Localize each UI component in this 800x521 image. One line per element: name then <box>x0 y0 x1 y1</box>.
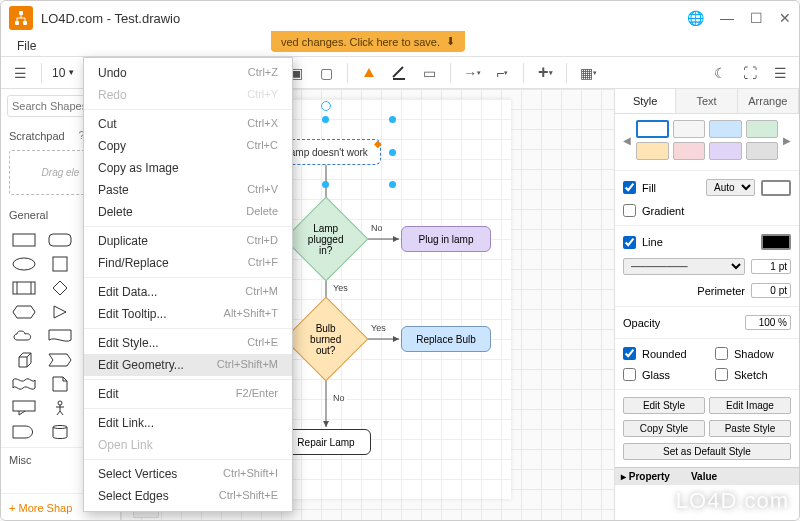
fullscreen-icon[interactable]: ⛶ <box>737 60 763 86</box>
line-checkbox[interactable] <box>623 236 636 249</box>
fill-color-icon[interactable] <box>356 60 382 86</box>
line-width-input[interactable] <box>751 259 791 274</box>
node-replace-bulb[interactable]: Replace Bulb <box>401 326 491 352</box>
shadow-checkbox[interactable] <box>715 347 728 360</box>
shadow-icon[interactable]: ▭ <box>416 60 442 86</box>
insert-icon[interactable]: +▾ <box>532 60 558 86</box>
palette-prev-icon[interactable]: ◀ <box>621 135 633 146</box>
resize-handle[interactable] <box>322 116 329 123</box>
palette-swatch[interactable] <box>709 142 742 160</box>
gradient-checkbox[interactable] <box>623 204 636 217</box>
zoom-control[interactable]: 10▼ <box>50 66 77 80</box>
fill-checkbox[interactable] <box>623 181 636 194</box>
line-style-select[interactable]: ──────── <box>623 258 745 275</box>
context-menu-item[interactable]: Edit Tooltip...Alt+Shift+T <box>84 303 292 325</box>
palette-swatch[interactable] <box>673 142 706 160</box>
glass-checkbox[interactable] <box>623 368 636 381</box>
fill-mode-select[interactable]: Auto <box>706 179 755 196</box>
perimeter-input[interactable] <box>751 283 791 298</box>
format-panel-icon[interactable]: ☰ <box>767 60 793 86</box>
edge-label-no[interactable]: No <box>331 393 347 403</box>
line-color-button[interactable] <box>761 234 791 250</box>
shape-ellipse[interactable] <box>7 253 41 275</box>
context-menu-item[interactable]: PasteCtrl+V <box>84 179 292 201</box>
context-menu-item[interactable]: DuplicateCtrl+D <box>84 230 292 252</box>
context-menu-item[interactable]: Find/ReplaceCtrl+F <box>84 252 292 274</box>
shape-document[interactable] <box>43 325 77 347</box>
shape-diamond[interactable] <box>43 277 77 299</box>
shape-note[interactable] <box>43 373 77 395</box>
shape-step[interactable] <box>43 349 77 371</box>
resize-handle[interactable] <box>322 181 329 188</box>
sketch-checkbox[interactable] <box>715 368 728 381</box>
shape-and[interactable] <box>7 421 41 443</box>
minimize-button[interactable]: — <box>720 10 734 26</box>
resize-handle[interactable] <box>389 149 396 156</box>
palette-swatch[interactable] <box>709 120 742 138</box>
palette-swatch[interactable] <box>746 120 779 138</box>
edge-label-yes[interactable]: Yes <box>369 323 388 333</box>
paste-style-button[interactable]: Paste Style <box>709 420 791 437</box>
shape-tape[interactable] <box>7 373 41 395</box>
table-icon[interactable]: ▦▾ <box>575 60 601 86</box>
context-menu-item[interactable]: Edit Data...Ctrl+M <box>84 281 292 303</box>
sidebar-toggle-icon[interactable]: ☰ <box>7 60 33 86</box>
node-decision-bulb[interactable]: Bulb burned out? <box>284 297 369 382</box>
tab-style[interactable]: Style <box>615 89 676 113</box>
context-menu-item[interactable]: EditF2/Enter <box>84 383 292 405</box>
shape-rectangle[interactable] <box>7 229 41 251</box>
shape-cloud[interactable] <box>7 325 41 347</box>
context-menu-item[interactable]: CutCtrl+X <box>84 113 292 135</box>
rounded-checkbox[interactable] <box>623 347 636 360</box>
maximize-button[interactable]: ☐ <box>750 10 763 26</box>
edit-image-button[interactable]: Edit Image <box>709 397 791 414</box>
close-button[interactable]: ✕ <box>779 10 791 26</box>
tab-arrange[interactable]: Arrange <box>738 89 799 113</box>
set-default-style-button[interactable]: Set as Default Style <box>623 443 791 460</box>
context-menu-item[interactable]: Edit Link... <box>84 412 292 434</box>
edit-style-button[interactable]: Edit Style <box>623 397 705 414</box>
shape-rounded-rect[interactable] <box>43 229 77 251</box>
rotate-handle[interactable] <box>321 101 331 111</box>
context-menu-item[interactable]: DeleteDelete <box>84 201 292 223</box>
edge-label-no[interactable]: No <box>369 223 385 233</box>
node-repair-lamp[interactable]: Repair Lamp <box>281 429 371 455</box>
shape-actor[interactable] <box>43 397 77 419</box>
shape-process[interactable] <box>7 277 41 299</box>
unsaved-changes-banner[interactable]: ved changes. Click here to save. ⬇ <box>271 31 465 52</box>
context-menu-item[interactable]: Select EdgesCtrl+Shift+E <box>84 485 292 507</box>
palette-swatch[interactable] <box>746 142 779 160</box>
context-menu-item[interactable]: Edit Style...Ctrl+E <box>84 332 292 354</box>
edge-label-yes[interactable]: Yes <box>331 283 350 293</box>
shape-triangle[interactable] <box>43 301 77 323</box>
waypoint-icon[interactable]: ⌐▾ <box>489 60 515 86</box>
node-plug-in-lamp[interactable]: Plug in lamp <box>401 226 491 252</box>
shape-data-store[interactable] <box>43 421 77 443</box>
theme-icon[interactable]: ☾ <box>707 60 733 86</box>
palette-swatch[interactable] <box>636 142 669 160</box>
to-back-icon[interactable]: ▢ <box>313 60 339 86</box>
node-decision-plugged[interactable]: Lamp plugged in? <box>284 197 369 282</box>
resize-handle[interactable] <box>389 181 396 188</box>
context-menu-item[interactable]: CopyCtrl+C <box>84 135 292 157</box>
tab-text[interactable]: Text <box>676 89 737 113</box>
resize-handle[interactable] <box>389 116 396 123</box>
shape-square[interactable] <box>43 253 77 275</box>
connection-icon[interactable]: →▾ <box>459 60 485 86</box>
copy-style-button[interactable]: Copy Style <box>623 420 705 437</box>
shape-callout[interactable] <box>7 397 41 419</box>
shape-cube[interactable] <box>7 349 41 371</box>
context-menu-item[interactable]: UndoCtrl+Z <box>84 62 292 84</box>
palette-swatch[interactable] <box>673 120 706 138</box>
fill-color-button[interactable] <box>761 180 791 196</box>
line-color-icon[interactable] <box>386 60 412 86</box>
opacity-input[interactable] <box>745 315 791 330</box>
palette-next-icon[interactable]: ▶ <box>781 135 793 146</box>
context-menu-item[interactable]: Edit Geometry...Ctrl+Shift+M <box>84 354 292 376</box>
palette-swatch[interactable] <box>636 120 669 138</box>
shape-hexagon[interactable] <box>7 301 41 323</box>
menu-file[interactable]: File <box>9 37 44 55</box>
context-menu-item[interactable]: Copy as Image <box>84 157 292 179</box>
context-menu-item[interactable]: Select VerticesCtrl+Shift+I <box>84 463 292 485</box>
globe-icon[interactable]: 🌐 <box>687 10 704 26</box>
